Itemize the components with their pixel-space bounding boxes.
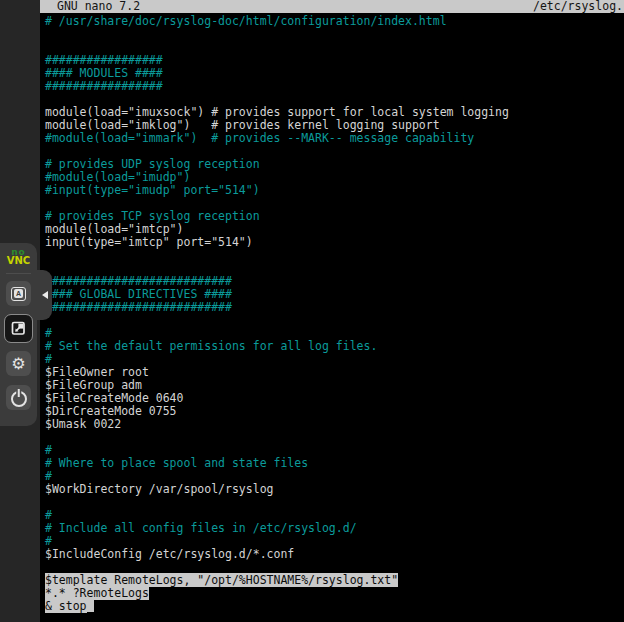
editor-line <box>45 249 624 262</box>
vnc-button-fullscreen[interactable] <box>5 315 32 342</box>
nano-version-label: GNU nano 7.2 <box>57 0 140 13</box>
keyboard-icon: A <box>11 287 26 301</box>
editor-line: & stop <box>45 600 624 613</box>
fullscreen-icon <box>11 321 26 336</box>
vnc-button-keyboard[interactable]: A <box>6 281 31 306</box>
novnc-logo-vnc: VNC <box>7 256 30 266</box>
editor-line: input(type="imtcp" port="514") <box>45 236 624 249</box>
editor-line: #input(type="imudp" port="514") <box>45 184 624 197</box>
editor-line: $DirCreateMode 0755 <box>45 405 624 418</box>
vnc-button-settings[interactable]: ⚙ <box>6 351 31 376</box>
editor-line <box>45 314 624 327</box>
gear-icon: ⚙ <box>11 356 25 372</box>
editor-line: $WorkDirectory /var/spool/rsyslog <box>45 483 624 496</box>
collapse-arrow-icon <box>42 291 48 299</box>
text-cursor <box>87 600 94 612</box>
vnc-button-power[interactable] <box>6 385 31 410</box>
editor-line: ########################### <box>45 301 624 314</box>
novnc-control-panel: no VNC A ⚙ <box>0 243 37 426</box>
editor-line: $Umask 0022 <box>45 418 624 431</box>
terminal-window[interactable]: GNU nano 7.2 /etc/rsyslog. # /usr/share/… <box>40 0 624 622</box>
editor-line <box>45 496 624 509</box>
power-icon <box>11 391 27 407</box>
editor-line: # /usr/share/doc/rsyslog-doc/html/config… <box>45 15 624 28</box>
editor-line: #module(load="immark") # provides --MARK… <box>45 132 624 145</box>
nano-titlebar: GNU nano 7.2 /etc/rsyslog. <box>40 0 624 13</box>
editor-content[interactable]: # /usr/share/doc/rsyslog-doc/html/config… <box>40 13 624 613</box>
editor-line: # Where to place spool and state files <box>45 457 624 470</box>
panel-divider <box>6 273 31 274</box>
editor-line: *.* ?RemoteLogs <box>45 587 624 600</box>
editor-line <box>45 28 624 41</box>
editor-line: # Include all config files in /etc/rsysl… <box>45 522 624 535</box>
editor-line <box>45 431 624 444</box>
editor-line: # Set the default permissions for all lo… <box>45 340 624 353</box>
editor-line: $IncludeConfig /etc/rsyslog.d/*.conf <box>45 548 624 561</box>
novnc-logo: no VNC <box>7 248 30 266</box>
editor-line: ################# <box>45 80 624 93</box>
nano-filename-label: /etc/rsyslog. <box>533 0 623 13</box>
